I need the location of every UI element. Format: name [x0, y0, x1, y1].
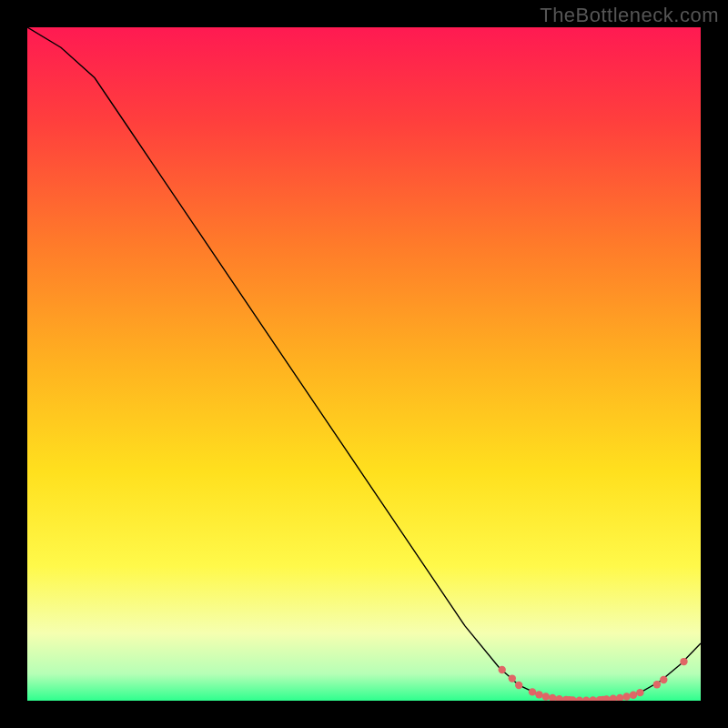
plot-area — [27, 27, 701, 701]
data-point — [529, 688, 536, 695]
chart-frame: TheBottleneck.com — [0, 0, 728, 728]
data-point — [680, 658, 687, 665]
data-point — [653, 681, 661, 688]
data-point — [622, 693, 630, 700]
data-point — [630, 692, 637, 699]
chart-svg — [27, 27, 701, 701]
data-point — [509, 674, 516, 682]
data-point — [515, 682, 522, 689]
data-point — [636, 689, 643, 696]
watermark-text: TheBottleneck.com — [540, 4, 719, 27]
data-point — [499, 666, 506, 673]
data-point — [542, 693, 550, 700]
data-point — [535, 691, 542, 698]
data-point — [660, 676, 667, 683]
